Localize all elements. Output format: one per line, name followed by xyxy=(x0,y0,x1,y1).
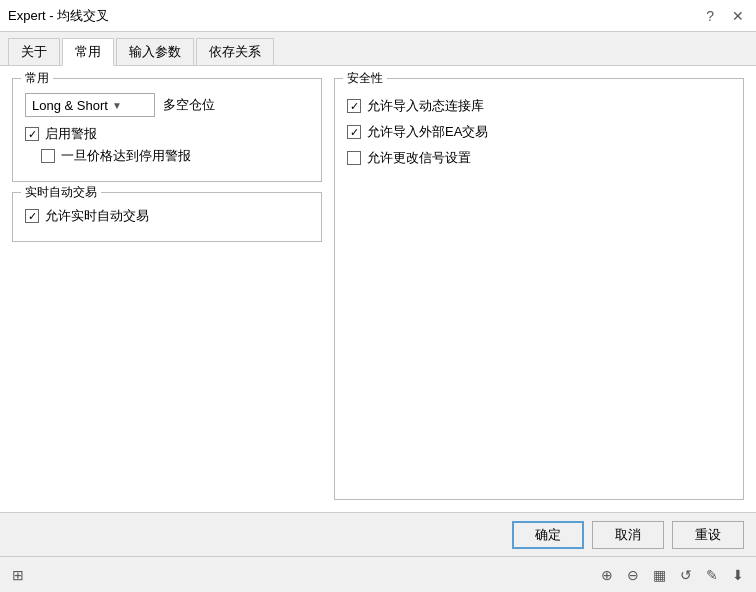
realtime-group-title: 实时自动交易 xyxy=(21,184,101,201)
left-panel: 常用 Long & Short ▼ 多空仓位 启用警报 一旦价格达到停用警报 实… xyxy=(12,78,322,500)
price-alert-label: 一旦价格达到停用警报 xyxy=(61,147,191,165)
realtime-checkbox-row: 允许实时自动交易 xyxy=(25,207,309,225)
dll-checkbox-row: 允许导入动态连接库 xyxy=(347,97,731,115)
realtime-checkbox[interactable] xyxy=(25,209,39,223)
price-alert-checkbox-row: 一旦价格达到停用警报 xyxy=(41,147,309,165)
main-content: 常用 Long & Short ▼ 多空仓位 启用警报 一旦价格达到停用警报 实… xyxy=(0,66,756,512)
dropdown-value: Long & Short xyxy=(32,98,108,113)
signal-checkbox[interactable] xyxy=(347,151,361,165)
realtime-group: 实时自动交易 允许实时自动交易 xyxy=(12,192,322,242)
dropdown-suffix-label: 多空仓位 xyxy=(163,96,215,114)
action-bar: 确定 取消 重设 xyxy=(0,512,756,556)
zoom-out-icon[interactable]: ⊖ xyxy=(627,567,639,583)
general-group-title: 常用 xyxy=(21,70,53,87)
safety-group-title: 安全性 xyxy=(343,70,387,87)
zoom-in-icon[interactable]: ⊕ xyxy=(601,567,613,583)
chevron-down-icon: ▼ xyxy=(112,100,122,111)
dll-label: 允许导入动态连接库 xyxy=(367,97,484,115)
realtime-label: 允许实时自动交易 xyxy=(45,207,149,225)
alert-label: 启用警报 xyxy=(45,125,97,143)
alert-checkbox-row: 启用警报 xyxy=(25,125,309,143)
price-alert-checkbox[interactable] xyxy=(41,149,55,163)
extea-checkbox[interactable] xyxy=(347,125,361,139)
help-button[interactable]: ? xyxy=(702,6,718,26)
right-panel: 安全性 允许导入动态连接库 允许导入外部EA交易 允许更改信号设置 xyxy=(334,78,744,500)
edit-icon[interactable]: ✎ xyxy=(706,567,718,583)
extea-label: 允许导入外部EA交易 xyxy=(367,123,488,141)
dropdown-row: Long & Short ▼ 多空仓位 xyxy=(25,93,309,117)
ok-button[interactable]: 确定 xyxy=(512,521,584,549)
safety-group: 安全性 允许导入动态连接库 允许导入外部EA交易 允许更改信号设置 xyxy=(334,78,744,500)
dll-checkbox[interactable] xyxy=(347,99,361,113)
tab-general[interactable]: 常用 xyxy=(62,38,114,66)
undo-icon[interactable]: ↺ xyxy=(680,567,692,583)
tab-dependencies[interactable]: 依存关系 xyxy=(196,38,274,65)
screen-icon[interactable]: ⊞ xyxy=(12,567,24,583)
tab-input-params[interactable]: 输入参数 xyxy=(116,38,194,65)
alert-checkbox[interactable] xyxy=(25,127,39,141)
title-bar: Expert - 均线交叉 ? ✕ xyxy=(0,0,756,32)
status-bar: ⊞ ⊕ ⊖ ▦ ↺ ✎ ⬇ xyxy=(0,556,756,592)
chart-icon[interactable]: ▦ xyxy=(653,567,666,583)
cancel-button[interactable]: 取消 xyxy=(592,521,664,549)
general-group: 常用 Long & Short ▼ 多空仓位 启用警报 一旦价格达到停用警报 xyxy=(12,78,322,182)
download-icon[interactable]: ⬇ xyxy=(732,567,744,583)
extea-checkbox-row: 允许导入外部EA交易 xyxy=(347,123,731,141)
tab-about[interactable]: 关于 xyxy=(8,38,60,65)
signal-checkbox-row: 允许更改信号设置 xyxy=(347,149,731,167)
tab-bar: 关于 常用 输入参数 依存关系 xyxy=(0,32,756,66)
position-dropdown[interactable]: Long & Short ▼ xyxy=(25,93,155,117)
title-bar-controls: ? ✕ xyxy=(702,6,748,26)
close-button[interactable]: ✕ xyxy=(728,6,748,26)
reset-button[interactable]: 重设 xyxy=(672,521,744,549)
window-title: Expert - 均线交叉 xyxy=(8,7,109,25)
signal-label: 允许更改信号设置 xyxy=(367,149,471,167)
